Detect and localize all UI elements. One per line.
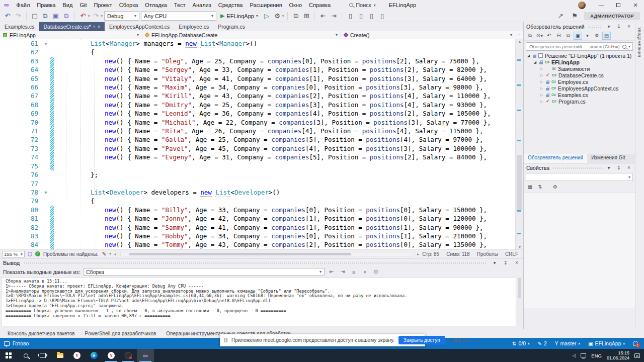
properties-grid[interactable]	[524, 193, 635, 308]
solution-explorer-header[interactable]: Обозреватель решений ▾ ↧ ×	[524, 22, 635, 31]
taskbar-screen-share-button[interactable]	[120, 349, 137, 362]
hide-notification-button[interactable]: Скрыть	[449, 336, 470, 344]
start-debugging-button[interactable]: ▶ EFLinqApp ▾	[218, 11, 261, 21]
chevron-down-icon[interactable]: ▾	[88, 14, 90, 18]
document-tab[interactable]: DatabaseCreate.cs*▫×	[39, 22, 105, 31]
window-layout-icon[interactable]: ⊞	[302, 11, 311, 21]
tree-item[interactable]: ▷✓C#DatabaseCreate.cs	[524, 72, 635, 78]
bookmark-icon[interactable]: ▯	[346, 11, 355, 21]
clear-bookmarks-icon[interactable]: ▯	[377, 11, 386, 21]
menu-item[interactable]: Справка	[305, 0, 334, 10]
code-line[interactable]: 77	[0, 179, 515, 188]
git-branch-status[interactable]: Y master ▴	[551, 338, 584, 349]
previous-message-icon[interactable]: ⇤	[328, 268, 336, 275]
fold-collapse-icon[interactable]	[42, 188, 50, 197]
menu-item[interactable]: Тест	[171, 0, 189, 10]
tool-window-tab[interactable]: Изменения Git	[587, 154, 629, 163]
output-text[interactable]: Сборка начата в 15:11...1>------ Сборка …	[1, 277, 516, 326]
chevron-down-icon[interactable]: ▾	[101, 14, 103, 18]
menu-item[interactable]: Расширения	[246, 0, 285, 10]
code-line[interactable]: 71new() { Name = "Rita", Age = 26, Compa…	[0, 127, 515, 135]
close-panel-icon[interactable]: ×	[625, 24, 632, 29]
redo-icon[interactable]: ↷	[92, 11, 101, 21]
clock[interactable]: 15:15 01.06.2024	[607, 350, 629, 360]
breadcrumb-segment[interactable]: EFLinqApp.DatabaseCreate▾	[142, 31, 341, 39]
code-line[interactable]: 83new() { Name = "Bobby", Age = 34, Comp…	[0, 232, 515, 240]
collapsed-arrow-icon[interactable]: ▷	[539, 67, 544, 71]
solution-search-input[interactable]	[528, 43, 620, 50]
previous-bookmark-icon[interactable]: ▯	[367, 11, 376, 21]
menu-item[interactable]: Сборка	[116, 0, 142, 10]
pending-changes-filter-icon[interactable]: ⊙▾	[535, 32, 544, 40]
feedback-flag-icon[interactable]: ⚑	[570, 11, 579, 21]
code-line[interactable]: 72new() { Name = "Galla", Age = 25, Comp…	[0, 135, 515, 144]
pending-changes-status[interactable]: ✎ 2	[534, 338, 551, 349]
window-position-icon[interactable]: ▾	[605, 165, 612, 170]
scroll-right-icon[interactable]: ▸	[417, 252, 419, 256]
menu-item[interactable]: Отладка	[141, 0, 170, 10]
code-line[interactable]: 69new() { Name = "Leonid", Age = 36, Com…	[0, 109, 515, 118]
scroll-down-icon[interactable]: ▼	[516, 245, 524, 249]
code-line[interactable]: 64new() { Name = "Sergey", Age = 33, Com…	[0, 65, 515, 74]
window-position-icon[interactable]: ▾	[491, 260, 498, 265]
zoom-dropdown[interactable]: 155 % ▾	[2, 251, 25, 257]
collapsed-arrow-icon[interactable]: ▷	[539, 86, 544, 90]
open-file-icon[interactable]: ⧉	[41, 11, 50, 21]
panel-tab[interactable]: Консоль диспетчера пакетов	[3, 329, 79, 338]
code-line[interactable]: 79{	[0, 197, 515, 205]
tree-item[interactable]: ◢Решение "EFLinqApp" (1 проекта 1)	[524, 52, 635, 59]
menu-item[interactable]: Средства	[215, 0, 247, 10]
code-line[interactable]: 66new() { Name = "Maxim", Age = 34, Comp…	[0, 83, 515, 92]
code-line[interactable]: 78List<Developer> developers = new List<…	[0, 188, 515, 197]
window-position-icon[interactable]: ▾	[605, 24, 612, 29]
code-line[interactable]: 62{	[0, 48, 515, 56]
pin-icon[interactable]: ↧	[615, 165, 622, 170]
collapsed-arrow-icon[interactable]: ▷	[539, 100, 544, 104]
code-editor[interactable]: 61List<Manager> managers = new List<Mana…	[0, 39, 515, 249]
output-scrollbar[interactable]	[517, 277, 522, 326]
breadcrumb-segment[interactable]: EFLinqApp▾	[0, 31, 142, 39]
properties-icon[interactable]: ⧉	[564, 32, 573, 40]
scrollbar-thumb[interactable]	[129, 253, 351, 255]
pin-icon[interactable]: ↧	[615, 24, 622, 29]
navigate-forward-group-icon[interactable]: ⇥	[329, 11, 338, 21]
menu-item[interactable]: Окно	[285, 0, 305, 10]
switch-views-icon[interactable]: ⧉	[526, 32, 534, 40]
notifications-tab[interactable]: Уведомления	[637, 27, 642, 57]
hot-reload-icon[interactable]: ⚙	[273, 11, 282, 21]
code-line[interactable]: 67new() { Name = "Kirill", Age = 43, Com…	[0, 92, 515, 100]
menu-item[interactable]: Вид	[59, 0, 76, 10]
code-line[interactable]: 68new() { Name = "Dmitry", Age = 25, Com…	[0, 101, 515, 109]
notifications-bell[interactable]: 1	[629, 338, 644, 349]
menu-item[interactable]: Проект	[90, 0, 115, 10]
document-tab[interactable]: Examples.cs	[0, 22, 39, 31]
code-line[interactable]: 82new() { Name = "Sammy", Age = 41, Comp…	[0, 223, 515, 232]
minimize-button[interactable]: —	[593, 0, 610, 10]
taskbar-start-button[interactable]	[0, 349, 17, 362]
fold-collapse-icon[interactable]	[42, 39, 50, 48]
collapsed-arrow-icon[interactable]: ▷	[539, 73, 544, 77]
code-line[interactable]: 84new() { Name = "Tommy", Age = 43, Comp…	[0, 240, 515, 249]
code-line[interactable]: 61List<Manager> managers = new List<Mana…	[0, 39, 515, 48]
line-ending-mode[interactable]: CRLF	[505, 251, 518, 257]
chevron-down-icon[interactable]: ▾	[282, 14, 284, 18]
editor-split-icon[interactable]: ÷	[515, 31, 523, 39]
navigate-backward-group-icon[interactable]: ⇤	[318, 11, 328, 21]
editor-horizontal-scrollbar[interactable]	[120, 252, 413, 256]
documents-icon[interactable]: ⧉	[291, 11, 300, 21]
code-line[interactable]: 63new() { Name = "Oleg", Age = 25, Compa…	[0, 57, 515, 65]
code-cleanup-icon[interactable]: ✎	[101, 249, 107, 259]
code-line[interactable]: 75	[0, 162, 515, 170]
close-panel-icon[interactable]: ×	[625, 165, 632, 170]
code-line[interactable]: 76};	[0, 170, 515, 179]
taskbar-task-view-button[interactable]	[34, 349, 51, 362]
expanded-arrow-icon[interactable]: ◢	[526, 54, 531, 58]
menu-item[interactable]: Git	[76, 0, 90, 10]
document-tab[interactable]: EmployeesAppContext.cs	[105, 22, 174, 31]
platform-dropdown[interactable]: Any CPU▾	[141, 11, 216, 21]
code-line[interactable]: 65new() { Name = "Vitaly", Age = 41, Com…	[0, 74, 515, 83]
properties-object-dropdown[interactable]: ▾	[526, 173, 633, 181]
undo-icon[interactable]: ↶	[78, 11, 88, 21]
tree-item[interactable]: ▷C#Employee.cs	[524, 78, 635, 85]
start-without-debugging-icon[interactable]: ▷	[262, 11, 271, 21]
